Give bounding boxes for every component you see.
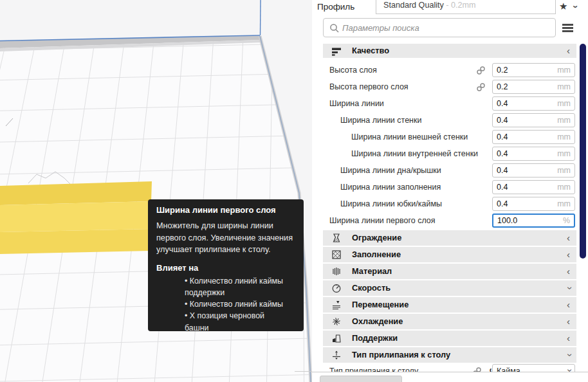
chevron-left-icon[interactable]: ‹ [567,44,570,58]
panel-divider [295,371,312,372]
setting-label: Ширина линии стенки [340,112,421,129]
affects-item: Количество линий каймы поддержки [185,275,290,298]
category-label: Материал [352,264,392,279]
setting-label: Тип прилипания к столу [329,363,418,372]
category-quality[interactable]: Качество ‹ [323,44,576,58]
quality-icon [331,46,342,57]
setting-row-initial-layer-line-width: Ширина линии первого слоя 100.0% [323,212,576,229]
travel-icon [331,300,342,310]
category-label: Поддержки [352,331,398,346]
tooltip-affects-list: Количество линий каймы поддержки Количес… [156,275,295,331]
setting-row: Ширина линии юбки/каймы 0.4mm [323,196,576,212]
cura-window: Ширина линии первого слоя Множитель для … [0,0,588,382]
viewport-3d[interactable]: Ширина линии первого слоя Множитель для … [0,0,312,382]
setting-row: Ширина линии внутренней стенки 0.4mm [323,145,576,162]
settings-menu-icon[interactable] [562,24,573,32]
setting-row: Ширина линии заполнения 0.4mm [323,179,576,196]
category-label: Заполнение [352,247,401,262]
setting-value-box[interactable]: 0.4mm [492,180,575,194]
support-icon [331,333,342,343]
profile-dropdown[interactable]: Standard Quality - 0.2mm [376,0,556,14]
settings-search-box[interactable] [323,18,556,37]
link-icon [476,66,486,75]
setting-row: Ширина линии внешней стенки 0.4mm [323,129,576,145]
infill-icon [331,250,342,260]
setting-tooltip: Ширина линии первого слоя Множитель для … [148,199,304,331]
category-label: Перемещение [352,297,409,313]
speed-icon [331,283,342,293]
category-shell[interactable]: Ограждение ‹ [323,230,576,246]
profile-value: Standard Quality [383,1,444,10]
setting-value-box-focused[interactable]: 100.0% [492,214,575,228]
setting-label: Ширина линии [329,95,384,112]
panel-scrollbar[interactable] [580,44,586,259]
setting-value-box[interactable]: 0.4mm [492,147,575,161]
setting-row: Ширина линии дна/крышки 0.4mm [323,162,576,179]
setting-value-box[interactable]: 0.4mm [492,130,575,144]
chevron-left-icon[interactable]: ‹ [567,314,570,329]
setting-value-box[interactable]: 0.4mm [492,163,575,177]
setting-row: Высота первого слоя 0.2mm [323,78,576,95]
category-travel[interactable]: Перемещение ‹ [323,297,576,313]
panel-footer [312,372,588,382]
category-build-plate-adhesion[interactable]: Тип прилипания к столу ‹ [323,347,576,363]
setting-label: Ширина линии внешней стенки [351,129,468,145]
chevron-down-icon[interactable]: ‹ [561,287,576,290]
tooltip-affects-heading: Влияет на [156,263,295,273]
affects-item: X позиция черновой башни [185,310,290,331]
setting-label: Ширина линии юбки/каймы [340,196,442,212]
settings-scroll-area[interactable]: Профиль Standard Quality - 0.2mm ★ ‹ [312,0,588,372]
profile-label: Профиль [317,2,354,12]
category-label: Скорость [352,280,390,296]
adhesion-icon [331,350,342,360]
setting-label: Ширина линии внутренней стенки [351,145,478,162]
search-input[interactable] [342,19,551,36]
setting-value-box[interactable]: 0.4mm [492,197,575,211]
chevron-left-icon[interactable]: ‹ [567,230,570,246]
setting-row: Высота слоя 0.2mm [323,62,576,78]
setting-row: Ширина линии 0.4mm [323,95,576,112]
setting-value-box[interactable]: 0.4mm [492,113,575,127]
setting-value-box[interactable]: 0.4mm [492,96,575,111]
category-infill[interactable]: Заполнение ‹ [323,247,576,262]
material-icon [331,266,342,277]
setting-row: Ширина линии стенки 0.4mm [323,112,576,129]
search-icon [329,23,340,33]
setting-row-adhesion-type: Тип прилипания к столу ↺ Кайма ‹ [323,363,576,372]
favorite-star-icon[interactable]: ★ [559,1,567,12]
chevron-left-icon[interactable]: ‹ [567,247,570,262]
chevron-down-icon[interactable]: ‹ [561,354,576,357]
profile-detail: - 0.2mm [444,1,476,10]
shell-icon [331,233,342,243]
setting-label: Ширина линии заполнения [340,179,441,196]
profile-chevron-down-icon[interactable]: ‹ [569,5,580,8]
setting-label: Ширина линии первого слоя [329,212,436,229]
category-material[interactable]: Материал ‹ [323,264,576,279]
category-label: Ограждение [352,230,401,246]
build-volume-corner-line [261,0,261,35]
chevron-left-icon[interactable]: ‹ [567,297,570,313]
setting-label: Высота слоя [329,62,377,78]
yellow-model[interactable] [0,181,152,254]
chevron-left-icon[interactable]: ‹ [567,264,570,279]
tooltip-description: Множитель для ширины линии первого слоя.… [156,220,295,256]
category-label: Качество [352,44,389,58]
category-speed[interactable]: Скорость ‹ [323,280,576,296]
cooling-fan-icon [331,316,342,327]
affects-item: Количество линий каймы [185,298,290,310]
setting-value-box[interactable]: 0.2mm [492,63,575,77]
setting-value-box[interactable]: 0.2mm [492,80,575,94]
setting-label: Высота первого слоя [329,78,409,95]
adhesion-type-dropdown[interactable]: Кайма ‹ [492,364,575,372]
tooltip-title: Ширина линии первого слоя [156,205,295,215]
print-settings-panel: Профиль Standard Quality - 0.2mm ★ ‹ [312,0,588,382]
footer-button-stub[interactable] [320,376,402,382]
setting-label: Ширина линии дна/крышки [340,162,441,179]
category-support[interactable]: Поддержки ‹ [323,331,576,346]
category-label: Тип прилипания к столу [352,347,450,363]
category-cooling[interactable]: Охлаждение ‹ [323,314,576,329]
category-label: Охлаждение [352,314,403,329]
link-icon [472,367,482,372]
link-icon [476,82,486,92]
chevron-left-icon[interactable]: ‹ [567,331,570,346]
